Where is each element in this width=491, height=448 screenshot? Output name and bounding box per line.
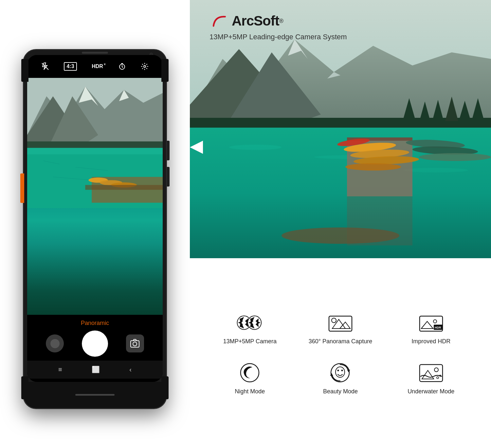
- switch-camera-button[interactable]: [126, 334, 144, 352]
- svg-point-2: [144, 65, 146, 67]
- svg-point-74: [437, 377, 439, 379]
- brand-name: ArcSoft: [232, 13, 279, 29]
- phone-device: 4:3 HDR ×: [23, 49, 167, 425]
- feature-panorama: 360° Panorama Capture: [300, 311, 381, 345]
- svg-marker-72: [422, 370, 434, 379]
- features-grid: 13MP+5MP Camera 360° Panorama Capture: [209, 311, 471, 395]
- right-panel: ArcSoft ® 13MP+5MP Leading-edge Camera S…: [190, 0, 491, 448]
- home-indicator: [75, 394, 115, 396]
- svg-point-68: [341, 370, 343, 371]
- svg-point-20: [50, 339, 60, 348]
- svg-marker-69: [347, 370, 350, 372]
- back-nav-icon[interactable]: ‹: [129, 366, 132, 373]
- bumper-br: [161, 376, 169, 399]
- phone-body: 4:3 HDR ×: [23, 49, 167, 409]
- feature-camera-mp: 13MP+5MP Camera: [209, 311, 290, 345]
- flash-off-icon[interactable]: [41, 63, 49, 70]
- timer-icon[interactable]: [118, 63, 126, 70]
- svg-rect-11: [27, 148, 163, 154]
- feature-night: Night Mode: [209, 361, 290, 395]
- android-nav: ≡ ⬜ ‹: [27, 361, 163, 379]
- underwater-icon: [418, 361, 444, 384]
- feature-hdr: HDR Improved HDR: [391, 311, 471, 345]
- svg-point-48: [419, 153, 491, 161]
- svg-point-22: [133, 342, 137, 346]
- features-section: 13MP+5MP Camera 360° Panorama Capture: [190, 258, 491, 448]
- panorama-icon: [327, 311, 354, 334]
- speaker-grille: [82, 52, 108, 54]
- svg-point-52: [282, 227, 399, 244]
- svg-text:HDR: HDR: [435, 326, 441, 329]
- beauty-mode-label: Beauty Mode: [323, 388, 358, 395]
- svg-point-65: [331, 364, 349, 382]
- phone-bottom-bar: [24, 382, 166, 408]
- settings-icon[interactable]: [141, 63, 149, 70]
- feature-underwater: Underwater Mode: [391, 361, 471, 395]
- night-mode-label: Night Mode: [235, 388, 265, 395]
- svg-point-45: [345, 163, 401, 170]
- ratio-icon[interactable]: 4:3: [64, 62, 77, 71]
- bumper-bl: [21, 376, 28, 399]
- svg-marker-60: [421, 321, 433, 329]
- camera-topbar: 4:3 HDR ×: [27, 55, 163, 78]
- vol-down-button[interactable]: [167, 167, 170, 187]
- svg-point-64: [241, 364, 259, 382]
- svg-point-61: [433, 320, 437, 323]
- hdr-badge-icon: HDR: [418, 311, 444, 334]
- menu-nav-icon[interactable]: ≡: [58, 366, 62, 373]
- svg-point-73: [434, 368, 438, 372]
- svg-marker-70: [330, 374, 333, 376]
- arcsoft-logo: ArcSoft ®: [209, 13, 471, 29]
- svg-point-58: [332, 318, 336, 323]
- left-panel: 4:3 HDR ×: [0, 0, 190, 448]
- svg-rect-19: [85, 185, 163, 190]
- bumper-tr: [161, 59, 169, 82]
- svg-point-67: [337, 370, 339, 371]
- mode-label: Panoramic: [27, 320, 163, 327]
- svg-point-37: [229, 145, 282, 150]
- hdr-label: Improved HDR: [411, 338, 450, 345]
- hdr-icon[interactable]: HDR ×: [92, 63, 103, 69]
- camera-controls: [27, 331, 163, 357]
- bumper-tl: [21, 59, 28, 82]
- info-panel: ArcSoft ® 13MP+5MP Leading-edge Camera S…: [190, 0, 491, 41]
- vol-up-button[interactable]: [167, 141, 170, 160]
- shutter-button[interactable]: [82, 331, 108, 357]
- phone-screen: 4:3 HDR ×: [27, 55, 163, 382]
- feature-beauty: Beauty Mode: [300, 361, 381, 395]
- camera-mp-label: 13MP+5MP Camera: [223, 338, 277, 345]
- underwater-mode-label: Underwater Mode: [408, 388, 454, 395]
- side-button[interactable]: [20, 173, 24, 203]
- gallery-thumbnail[interactable]: [46, 334, 64, 352]
- camera-viewfinder: [27, 78, 163, 315]
- camera-bottom: Panoramic: [27, 315, 163, 382]
- dual-aperture-icon: [237, 311, 263, 334]
- panorama-label: 360° Panorama Capture: [309, 338, 372, 345]
- home-nav-icon[interactable]: ⬜: [92, 366, 100, 373]
- arcsoft-arc-icon: [209, 14, 229, 27]
- beauty-icon: [327, 361, 354, 384]
- moon-icon: [237, 361, 263, 384]
- registered-mark: ®: [279, 18, 283, 25]
- camera-tagline: 13MP+5MP Leading-edge Camera System: [209, 33, 471, 41]
